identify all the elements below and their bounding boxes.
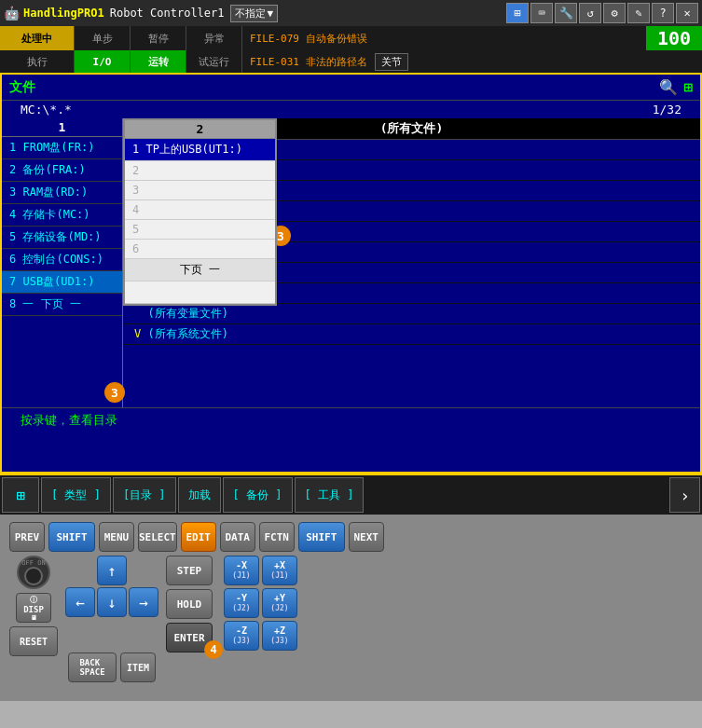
dropdown-header: 2 (125, 120, 275, 139)
tool-button[interactable]: [ 工具 ] (295, 477, 365, 513)
refresh-icon[interactable]: ↺ (579, 3, 601, 23)
menu-key[interactable]: MENU (99, 522, 134, 552)
file-count: 1/32 (653, 103, 681, 117)
list-item[interactable]: 1 FROM盘(FR:) (2, 137, 122, 159)
list-item[interactable]: 2 备份(FRA:) (2, 159, 122, 182)
dropdown-item-8 (125, 282, 275, 304)
grid-icon[interactable]: ⊞ (506, 3, 529, 23)
keyboard-icon[interactable]: ⌨ (530, 3, 553, 23)
backup-button[interactable]: [ 备份 ] (223, 477, 293, 513)
next-arrow-button[interactable]: › (669, 477, 700, 513)
enter-key[interactable]: ENTER 4 (166, 623, 213, 652)
status-trial: 试运行 (186, 49, 242, 74)
list-item[interactable]: 5 存储设备(MD:) (2, 227, 122, 249)
status-singlestep: 单步 (75, 26, 131, 50)
status-bar-row1: 处理中 单步 暂停 异常 FILE-079 自动备份错误 100 (0, 26, 702, 50)
settings-icon[interactable]: 🔧 (555, 3, 577, 23)
x-minus-key[interactable]: -X (J1) (224, 556, 259, 585)
off-on-switch[interactable]: OFF ON (17, 556, 50, 589)
hold-key[interactable]: HOLD (166, 589, 213, 619)
top-bar: 🤖 HandlingPRO1 Robot Controller1 不指定 ▼ ⊞… (0, 0, 702, 26)
backspace-item-row: BACKSPACE ITEM (68, 652, 156, 682)
shift-key-left[interactable]: SHIFT (48, 522, 95, 552)
help-icon[interactable]: ? (652, 3, 674, 23)
backspace-key[interactable]: BACKSPACE (68, 652, 117, 682)
score-display: 100 (646, 26, 702, 50)
empty-cell2 (129, 556, 158, 585)
list-item[interactable]: 4 存储卡(MC:) (2, 204, 122, 227)
file-header: 文件 🔍 ⊞ (2, 75, 700, 101)
empty-cell (65, 556, 95, 585)
prev-key[interactable]: PREV (9, 522, 45, 552)
step-key[interactable]: STEP (166, 556, 213, 585)
type-button[interactable]: [ 类型 ] (41, 477, 111, 513)
y-minus-key[interactable]: -Y (J2) (224, 588, 259, 618)
file-title: 文件 (9, 79, 35, 96)
list-item[interactable]: 6 控制台(CONS:) (2, 249, 122, 271)
grid-button[interactable]: ⊞ (2, 477, 39, 513)
robot-controller-label: Robot Controller1 (110, 7, 225, 20)
status-run: 运转 (131, 49, 186, 74)
dropdown-item-5: 5 (125, 220, 275, 240)
window-icon[interactable]: ⊞ (683, 78, 693, 96)
fctn-key[interactable]: FCTN (259, 522, 295, 552)
arrow-cross: ↑ ← ↓ → (65, 556, 158, 649)
status-execute: 执行 (0, 49, 75, 74)
dropdown-item-2: 2 (125, 161, 275, 181)
z-minus-key[interactable]: -Z (J3) (224, 621, 259, 651)
data-key[interactable]: DATA (220, 522, 255, 552)
keyboard-area: PREV SHIFT MENU SELECT EDIT DATA FCTN SH… (0, 515, 702, 701)
dropdown-item-next[interactable]: 下页 一 (125, 259, 275, 282)
keyboard-top-row: PREV SHIFT MENU SELECT EDIT DATA FCTN SH… (9, 522, 693, 552)
dropdown-item-1[interactable]: 1 TP上的USB(UT1:) (125, 139, 275, 161)
badge-3b: 3 (104, 382, 125, 403)
hint-text: 按录键，查看目录 (21, 413, 117, 427)
app-logo: 🤖 HandlingPRO1 (4, 6, 104, 21)
select-key[interactable]: SELECT (138, 522, 177, 552)
shift-key-right[interactable]: SHIFT (298, 522, 345, 552)
file-list-area: 1 1 FROM盘(FR:) 2 备份(FRA:) 3 RAM盘(RD:) 4 … (2, 118, 700, 407)
left-panel: OFF ON ⓘ DISP 🖥 RESET (9, 556, 58, 656)
arrow-right-key[interactable]: → (129, 587, 158, 617)
edit-icon[interactable]: ✎ (627, 3, 650, 23)
x-plus-key[interactable]: +X (J1) (262, 556, 297, 585)
main-area: 文件 🔍 ⊞ MC:\*.* 1/32 1 1 FROM盘(FR:) 2 备份(… (0, 73, 702, 474)
dropdown-popup: 2 1 TP上的USB(UT1:) 2 3 4 5 6 下页 一 (123, 118, 277, 306)
y-plus-key[interactable]: +Y (J2) (262, 588, 297, 618)
axis-panel: -X (J1) +X (J1) -Y (J2) +Y (J2) (224, 556, 297, 651)
keyboard-middle: OFF ON ⓘ DISP 🖥 RESET ↑ ← ↓ → BACKSPACE (9, 556, 693, 682)
close-icon[interactable]: ✕ (676, 3, 698, 23)
zoom-icon[interactable]: 🔍 (659, 78, 678, 96)
item-key[interactable]: ITEM (120, 652, 156, 682)
step-hold-panel: STEP HOLD ENTER 4 (166, 556, 213, 652)
dropdown-item-3: 3 (125, 181, 275, 200)
toolbar-icons: ⊞ ⌨ 🔧 ↺ ⚙ ✎ ? ✕ (506, 3, 698, 23)
next-key[interactable]: NEXT (349, 522, 384, 552)
arrow-up-key[interactable]: ↑ (97, 556, 127, 585)
list-item-nextpage[interactable]: 8 一 下页 一 (2, 294, 122, 316)
edit-key[interactable]: EDIT (181, 522, 216, 552)
node-mode: 关节 (375, 53, 408, 71)
arrow-left-key[interactable]: ← (65, 587, 95, 617)
list-item-usb[interactable]: 7 USB盘(UD1:) (2, 271, 122, 294)
load-button[interactable]: 加载 (178, 477, 221, 513)
arrow-panel: ↑ ← ↓ → BACKSPACE ITEM (65, 556, 158, 682)
list-item[interactable]: 3 RAM盘(RD:) (2, 182, 122, 204)
axis-row-y: -Y (J2) +Y (J2) (224, 588, 297, 618)
disp-key[interactable]: ⓘ DISP 🖥 (16, 593, 51, 623)
file-error-2: FILE-031 非法的路径名 (250, 55, 367, 69)
dir-button[interactable]: [目录 ] (113, 477, 176, 513)
status-processing: 处理中 (0, 26, 75, 50)
reset-key[interactable]: RESET (9, 626, 58, 656)
file-item[interactable]: (所有变量文件) (123, 304, 700, 324)
tool-icon[interactable]: ⚙ (603, 3, 626, 23)
file-item[interactable]: V (所有系统文件) (123, 324, 700, 345)
status-io: I/O (75, 49, 131, 74)
z-plus-key[interactable]: +Z (J3) (262, 621, 297, 651)
hint-bar: 按录键，查看目录 (2, 407, 700, 433)
status-bar-row2: 执行 I/O 运转 试运行 FILE-031 非法的路径名 关节 (0, 50, 702, 73)
file-error-1: FILE-079 自动备份错误 (250, 32, 367, 46)
path-display: MC:\*.* (21, 103, 72, 117)
arrow-down-key[interactable]: ↓ (97, 587, 127, 617)
controller-dropdown[interactable]: 不指定 ▼ (230, 5, 279, 22)
